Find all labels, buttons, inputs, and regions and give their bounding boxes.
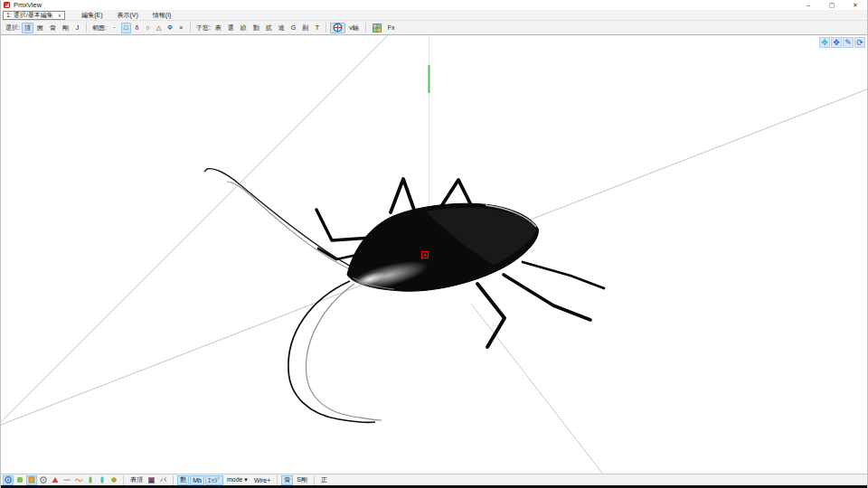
range-phi-button[interactable]: Φ (165, 23, 175, 33)
line-display-icon[interactable] (61, 475, 72, 485)
separator (123, 475, 124, 485)
bone-mode-button[interactable]: 骨 (281, 475, 293, 485)
fx-button[interactable]: Fx (385, 23, 398, 33)
select-bone-button[interactable]: 骨 (47, 23, 59, 33)
restore-button[interactable]: ▢ (820, 0, 844, 10)
perspective-button[interactable]: パ (157, 475, 169, 485)
antenna-lower-black (288, 281, 375, 422)
child-filter-button[interactable]: 絞 (238, 23, 250, 33)
s-rigid-button[interactable]: S剛 (294, 475, 310, 485)
view-nav-toolbar: ✥ ✥ ✎ ⟳ (819, 37, 865, 48)
axis-sphere-icon[interactable] (330, 23, 345, 33)
vertex-display-icon[interactable] (3, 475, 14, 485)
leg-rear-3 (523, 262, 604, 288)
separator (190, 23, 191, 33)
minimize-button[interactable]: – (797, 0, 820, 10)
select-face-button[interactable]: 面 (34, 23, 46, 33)
leg-rear-2 (504, 275, 590, 320)
rigid-display-icon[interactable] (38, 475, 49, 485)
select-joint-button[interactable]: J (72, 23, 82, 33)
select-rigid-button[interactable]: 剛 (60, 23, 71, 33)
bone-display-icon[interactable] (26, 475, 37, 485)
separator (86, 23, 87, 33)
sphere-olive-icon[interactable] (108, 475, 119, 485)
range-clear-button[interactable]: × (176, 23, 186, 33)
bottom-bar: 表頂 パ 艶 Mb ｴｯｼﾞ mode ▾ Wire+ 骨 S剛 正 (1, 474, 867, 485)
range-point-button[interactable]: ・ (108, 23, 120, 33)
app-icon (4, 2, 10, 8)
child-transform-button[interactable]: T (312, 23, 322, 33)
titlebar: PmxView – ▢ ✕ (1, 0, 867, 10)
child-select-button[interactable]: 選 (225, 23, 237, 33)
joint-display-icon[interactable] (50, 475, 61, 485)
rotate-view-icon[interactable]: ⟳ (854, 37, 865, 48)
leg-front-left (316, 210, 372, 240)
child-window-label: 子窓: (196, 23, 211, 33)
vertex-color-swatch[interactable] (148, 477, 155, 483)
child-sub-button[interactable]: 副 (299, 23, 311, 33)
move-view-icon[interactable]: ✥ (831, 37, 842, 48)
separator (173, 475, 174, 485)
edit-mode-select[interactable]: 1: 選択/基本編集 ∨ (3, 11, 65, 20)
range-triangle-button[interactable]: △ (154, 23, 164, 33)
range-circle-button[interactable]: ○ (143, 23, 153, 33)
antenna-upper-black (204, 169, 354, 268)
viewport-3d[interactable]: ✥ ✥ ✎ ⟳ (1, 34, 867, 474)
capsule-green-icon[interactable] (85, 475, 96, 485)
wire-dropdown[interactable]: Wire+ (251, 475, 273, 485)
cockroach-model (204, 169, 604, 423)
z-axis-line-lower (471, 304, 604, 474)
show-front-button[interactable]: 表頂 (127, 475, 146, 485)
separator (277, 475, 278, 485)
capsule-cyan-icon[interactable] (97, 475, 108, 485)
gloss-toggle-button[interactable]: 艶 (177, 475, 189, 485)
edit-mode-value: 1: 選択/基本編集 (6, 11, 53, 20)
uv-grid-icon[interactable] (370, 23, 384, 33)
select-label: 選択: (5, 23, 20, 33)
range-rect-button[interactable]: □ (121, 23, 131, 33)
toolbar: 選択: 頂 面 骨 剛 J 範囲: ・ □ δ ○ △ Φ × 子窓: 表 選 … (1, 21, 867, 34)
pmxview-window: PmxView – ▢ ✕ 1: 選択/基本編集 ∨ 編集(E) 表示(V) 情… (0, 0, 868, 488)
bone-marker-dot (424, 254, 427, 257)
range-lasso-button[interactable]: δ (132, 23, 142, 33)
edge-toggle-button[interactable]: ｴｯｼﾞ (205, 475, 223, 485)
child-link-button[interactable]: 連 (276, 23, 288, 33)
child-motion-button[interactable]: 動 (250, 23, 262, 33)
mode-dropdown[interactable]: mode ▾ (224, 475, 250, 485)
window-controls: – ▢ ✕ (797, 0, 867, 10)
child-g-button[interactable]: G (288, 23, 298, 33)
close-button[interactable]: ✕ (844, 0, 867, 10)
window-title: PmxView (14, 1, 42, 9)
range-label: 範囲: (92, 23, 107, 33)
v-axis-button[interactable]: v軸 (346, 23, 362, 33)
face-display-icon[interactable] (14, 475, 25, 485)
leg-top-1 (391, 179, 414, 212)
menu-view[interactable]: 表示(V) (109, 11, 145, 20)
curve-display-icon[interactable] (73, 475, 84, 485)
separator (314, 475, 315, 485)
select-vertex-button[interactable]: 頂 (22, 23, 33, 33)
child-show-button[interactable]: 表 (212, 23, 224, 33)
menu-edit[interactable]: 編集(E) (74, 11, 109, 20)
menu-info[interactable]: 情報(I) (146, 11, 179, 20)
z-axis-line (1, 35, 388, 422)
menubar: 1: 選択/基本編集 ∨ 編集(E) 表示(V) 情報(I) (1, 10, 867, 21)
leg-rear-1 (477, 284, 505, 347)
pan-view-icon[interactable]: ✥ (819, 37, 830, 48)
pen-tool-icon[interactable]: ✎ (843, 37, 854, 48)
mb-toggle-button[interactable]: Mb (190, 475, 204, 485)
chevron-down-icon: ∨ (58, 12, 61, 18)
separator (365, 23, 366, 33)
scene-canvas (1, 35, 867, 474)
ortho-button[interactable]: 正 (318, 475, 330, 485)
antenna-lower-gray (307, 284, 382, 420)
child-expand-button[interactable]: 拡 (263, 23, 275, 33)
separator (326, 23, 326, 33)
